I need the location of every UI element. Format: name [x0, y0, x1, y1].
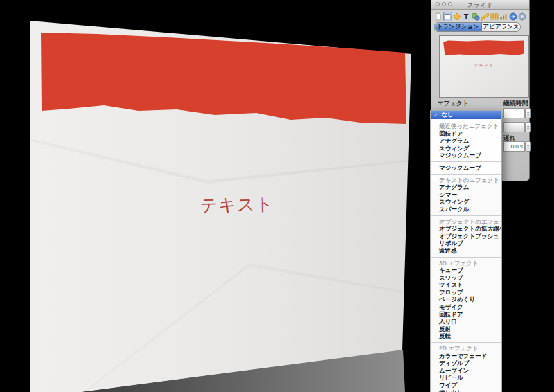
- menu-item-selected[interactable]: ✓ なし: [431, 111, 501, 119]
- menu-item[interactable]: スパークル: [431, 206, 501, 213]
- slide-icon[interactable]: [443, 12, 452, 21]
- menu-section-header: 3D エフェクト: [431, 260, 501, 267]
- menu-item[interactable]: ワイプ: [431, 382, 501, 389]
- menu-item[interactable]: ページめくり: [431, 296, 501, 303]
- direction-popup[interactable]: [503, 122, 525, 132]
- menu-item[interactable]: オブジェクトプッシュ: [431, 233, 501, 240]
- menu-item[interactable]: フロップ: [431, 289, 501, 296]
- effect-dropdown-menu: ✓ なし 最近使ったエフェクト回転ドアアナグラムスウィングマジックムーブマジック…: [430, 110, 502, 392]
- menu-item[interactable]: スウィング: [431, 198, 501, 206]
- slide-text[interactable]: テキスト: [200, 194, 274, 215]
- menu-item[interactable]: マジックムーブ: [431, 164, 501, 172]
- effect-label: エフェクト: [437, 99, 469, 108]
- shapes-icon[interactable]: [471, 12, 480, 21]
- duration-label: 継続時間: [503, 99, 528, 108]
- window-title: スライド: [431, 1, 529, 9]
- menu-item[interactable]: リボルブ: [431, 240, 501, 247]
- menu-item[interactable]: マジックムーブ: [431, 152, 501, 159]
- menu-separator: [431, 213, 501, 218]
- menu-section-header: オブジェクトのエフェクト: [431, 218, 501, 226]
- table-icon[interactable]: [490, 12, 499, 21]
- menu-item-list: 最近使ったエフェクト回転ドアアナグラムスウィングマジックムーブマジックムーブテキ…: [431, 119, 501, 392]
- menu-item[interactable]: 入り口: [431, 318, 501, 326]
- menu-item[interactable]: ムーブイン: [431, 367, 501, 375]
- menu-separator: [431, 255, 501, 260]
- menu-section-header: テキストのエフェクト: [431, 177, 501, 184]
- build-diamond-icon[interactable]: [452, 12, 461, 21]
- menu-item[interactable]: 遠近感: [431, 247, 501, 255]
- app-screen: テキスト スライド T: [0, 0, 554, 392]
- menu-item[interactable]: スワップ: [431, 274, 501, 282]
- menu-item[interactable]: リビール: [431, 374, 501, 382]
- preview-red-banner: [443, 40, 524, 55]
- text-icon[interactable]: T: [462, 12, 471, 21]
- menu-item[interactable]: 回転ドア: [431, 130, 501, 138]
- direction-popup-arrows-icon[interactable]: ▲▼: [525, 122, 531, 132]
- transition-preview[interactable]: テキスト: [439, 35, 529, 98]
- menu-item[interactable]: 押し出し: [431, 389, 501, 392]
- inspector-toolbar: T: [431, 10, 529, 23]
- menu-selected-label: なし: [441, 111, 453, 119]
- menu-separator: [431, 340, 501, 345]
- menu-item[interactable]: ディゾルブ: [431, 359, 501, 367]
- metrics-icon[interactable]: [481, 12, 490, 21]
- inspector-tabs: トランジション アピアランス: [434, 22, 521, 32]
- checkmark-icon: ✓: [434, 112, 438, 118]
- tab-transition[interactable]: トランジション: [434, 23, 482, 31]
- menu-item[interactable]: アナグラム: [431, 137, 501, 145]
- duration-stepper[interactable]: ▲▼: [525, 108, 531, 118]
- menu-section-header: 最近使ったエフェクト: [431, 123, 501, 130]
- menu-item[interactable]: 回転ドア: [431, 311, 501, 319]
- menu-item[interactable]: スウィング: [431, 145, 501, 152]
- menu-item[interactable]: アナグラム: [431, 184, 501, 191]
- menu-item[interactable]: シマー: [431, 191, 501, 199]
- menu-separator: [431, 159, 501, 164]
- menu-item[interactable]: カラーでフェード: [431, 353, 501, 360]
- menu-section-header: 2D エフェクト: [431, 345, 501, 353]
- menu-separator: [431, 172, 501, 177]
- menu-item[interactable]: 反転: [431, 332, 501, 340]
- menu-item[interactable]: 反射: [431, 326, 501, 333]
- document-icon[interactable]: [434, 12, 443, 21]
- menu-item[interactable]: キューブ: [431, 267, 501, 274]
- inspector-titlebar[interactable]: スライド: [431, 0, 529, 10]
- media-icon[interactable]: [518, 12, 527, 21]
- delay-field[interactable]: 0.0 s: [503, 141, 525, 152]
- chart-icon[interactable]: [499, 12, 508, 21]
- hyperlink-icon[interactable]: [508, 12, 517, 21]
- duration-field[interactable]: [503, 108, 525, 118]
- menu-item[interactable]: オブジェクトの拡大縮小: [431, 225, 501, 233]
- tab-appearance[interactable]: アピアランス: [482, 23, 520, 31]
- preview-slide-text: テキスト: [440, 62, 528, 69]
- menu-item[interactable]: ツイスト: [431, 281, 501, 289]
- menu-item[interactable]: モザイク: [431, 303, 501, 311]
- delay-stepper[interactable]: ▲▼: [525, 141, 531, 152]
